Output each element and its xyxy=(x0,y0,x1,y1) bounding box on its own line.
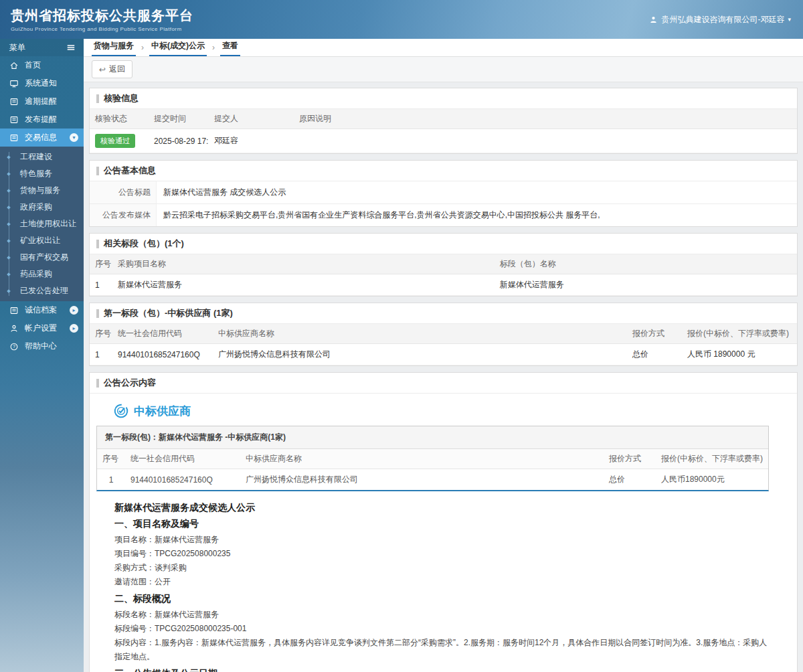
submit-time: 2025-08-29 17:13 xyxy=(149,129,209,153)
info-label: 公告发布媒体 xyxy=(90,204,157,226)
sidebar-item-首页[interactable]: 首页 xyxy=(0,56,84,74)
quote-method: 总价 xyxy=(604,469,656,491)
menu-label: 菜单 xyxy=(9,42,25,54)
sidebar-item-发布提醒[interactable]: 发布提醒 xyxy=(0,110,84,129)
info-row: 公告发布媒体 黔云招采电子招标采购交易平台,贵州省国有企业生产资料综合服务平台,… xyxy=(90,204,797,226)
credit-code: 91440101685247160Q xyxy=(125,469,240,491)
project-name: 新媒体代运营服务 xyxy=(112,274,495,296)
sidebar-menu-header: 菜单 xyxy=(0,39,84,56)
sidebar-subitem[interactable]: 矿业权出让 xyxy=(0,232,84,249)
announcement-content-panel: 公告公示内容 中标供应商 第一标段(包)：新媒体代运营服务 -中标供应商(1家)… xyxy=(89,372,798,672)
related-sections-panel: 相关标段（包）(1个) 序号采购项目名称标段（包）名称 1 新媒体代运营服务 新… xyxy=(89,233,798,297)
column-header: 报价(中标价、下浮率或费率) xyxy=(656,449,768,469)
section-title: 公告公示内容 xyxy=(90,373,797,394)
info-value: 黔云招采电子招标采购交易平台,贵州省国有企业生产资料综合服务平台,贵州省公共资源… xyxy=(157,204,797,226)
hamburger-icon[interactable] xyxy=(66,43,76,52)
sidebar-subitem[interactable]: 药品采购 xyxy=(0,266,84,282)
section-title: 第一标段（包）-中标供应商 (1家) xyxy=(90,303,797,324)
doc-icon xyxy=(9,97,19,106)
shell: 菜单 首页 系统通知 逾期提醒 发 xyxy=(0,39,803,672)
row-no: 1 xyxy=(97,469,125,491)
column-header: 中标供应商名称 xyxy=(240,449,604,469)
sidebar-subitem[interactable]: 特色服务 xyxy=(0,165,84,182)
user-name: 贵州弘典建设咨询有限公司-邓廷容 xyxy=(661,14,784,25)
article-title: 新媒体代运营服务成交候选人公示 xyxy=(114,502,769,514)
submitter: 邓廷容 xyxy=(209,129,294,153)
article-paragraph: 标段名称：新媒体代运营服务 xyxy=(114,608,769,622)
column-header: 统一社会信用代码 xyxy=(112,324,213,344)
article-paragraph: 采购方式：谈判采购 xyxy=(114,561,769,575)
panels: 核验信息 核验状态提交时间提交人原因说明 核验通过 2025-08-29 17:… xyxy=(84,82,803,672)
column-header: 提交时间 xyxy=(149,109,209,129)
column-header: 统一社会信用代码 xyxy=(125,449,240,469)
main-content: 货物与服务中标(成交)公示查看 ↩ 返回 核验信息 核验状态提交时间提交人原因说… xyxy=(84,39,803,672)
sidebar-item-诚信档案[interactable]: 诚信档案 ▸ xyxy=(0,301,84,319)
back-button[interactable]: ↩ 返回 xyxy=(92,60,132,78)
sidebar: 菜单 首页 系统通知 逾期提醒 发 xyxy=(0,39,84,672)
sidebar-item-帮助中心[interactable]: ? 帮助中心 xyxy=(0,337,84,355)
sidebar-bottom-nav: 诚信档案 ▸ 帐户设置 ▸ ? 帮助中心 xyxy=(0,301,84,355)
sidebar-item-帐户设置[interactable]: 帐户设置 ▸ xyxy=(0,319,84,337)
chevron-right-icon: ▸ xyxy=(70,324,78,333)
column-header: 报价(中标价、下浮率或费率) xyxy=(682,324,797,344)
quote-method: 总价 xyxy=(627,344,682,365)
sidebar-subitem[interactable]: 土地使用权出让 xyxy=(0,216,84,232)
info-value: 新媒体代运营服务 成交候选人公示 xyxy=(157,181,797,203)
sidebar-subitem[interactable]: 已发公告处理 xyxy=(0,282,84,299)
table-row: 1 91440101685247160Q 广州扬悦博众信息科技有限公司 总价 人… xyxy=(90,344,797,365)
supplier-name: 广州扬悦博众信息科技有限公司 xyxy=(240,469,604,491)
breadcrumb-item[interactable]: 中标(成交)公示 xyxy=(136,37,207,56)
quote-price: 人民币1890000元 xyxy=(656,469,768,491)
supplier-name: 广州扬悦博众信息科技有限公司 xyxy=(213,344,627,365)
status-badge: 核验通过 xyxy=(95,134,135,148)
column-header: 核验状态 xyxy=(90,109,149,129)
sidebar-item-逾期提醒[interactable]: 逾期提醒 xyxy=(0,92,84,110)
question-icon: ? xyxy=(9,342,19,351)
inner-supplier-box: 第一标段(包)：新媒体代运营服务 -中标供应商(1家) 序号统一社会信用代码中标… xyxy=(96,426,769,491)
sidebar-item-系统通知[interactable]: 系统通知 xyxy=(0,74,84,92)
article: 新媒体代运营服务成交候选人公示一、项目名称及编号项目名称：新媒体代运营服务项目编… xyxy=(114,502,769,672)
sidebar-subitem[interactable]: 货物与服务 xyxy=(0,182,84,199)
svg-text:?: ? xyxy=(13,344,15,349)
credit-code: 91440101685247160Q xyxy=(112,344,213,365)
sidebar-item-交易信息[interactable]: 交易信息 ▾ xyxy=(0,129,84,147)
chevron-right-icon: ▸ xyxy=(70,306,78,315)
breadcrumb-separator xyxy=(212,43,215,56)
column-header: 报价方式 xyxy=(627,324,682,344)
article-heading: 二、标段概况 xyxy=(114,593,769,605)
sidebar-subitem[interactable]: 工程建设 xyxy=(0,149,84,165)
info-label: 公告标题 xyxy=(90,181,157,203)
breadcrumb-item[interactable]: 查看 xyxy=(207,37,240,56)
user-menu[interactable]: 贵州弘典建设咨询有限公司-邓廷容 ▾ xyxy=(649,14,791,25)
verification-panel: 核验信息 核验状态提交时间提交人原因说明 核验通过 2025-08-29 17:… xyxy=(89,88,798,154)
table-row: 核验通过 2025-08-29 17:13 邓廷容 xyxy=(90,129,797,153)
person-icon xyxy=(9,324,19,333)
column-header: 采购项目名称 xyxy=(112,254,495,274)
column-header: 序号 xyxy=(90,254,112,274)
table-row: 1 新媒体代运营服务 新媒体代运营服务 xyxy=(90,274,797,296)
winning-supplier-logo: 中标供应商 xyxy=(113,403,797,419)
chevron-down-icon: ▾ xyxy=(70,133,78,142)
article-paragraph: 标段内容：1.服务内容：新媒体代运营服务，具体服务内容详见竞争谈判文件第二部分“… xyxy=(114,636,769,664)
row-no: 1 xyxy=(90,344,112,365)
quote-price: 人民币 1890000 元 xyxy=(682,344,797,365)
reason xyxy=(294,129,797,153)
article-paragraph: 标段编号：TPCG202508000235-001 xyxy=(114,622,769,636)
sidebar-subitem[interactable]: 国有产权交易 xyxy=(0,249,84,266)
row-no: 1 xyxy=(90,274,112,296)
sidebar-subitem[interactable]: 政府采购 xyxy=(0,199,84,216)
column-header: 序号 xyxy=(97,449,125,469)
column-header: 序号 xyxy=(90,324,112,344)
doc-icon xyxy=(9,133,19,143)
platform-title: 贵州省招标投标公共服务平台 xyxy=(11,7,193,25)
supplier-table: 序号统一社会信用代码中标供应商名称报价方式报价(中标价、下浮率或费率) 1 91… xyxy=(90,324,797,365)
table-row: 1 91440101685247160Q 广州扬悦博众信息科技有限公司 总价 人… xyxy=(97,469,768,491)
breadcrumb-item[interactable]: 货物与服务 xyxy=(92,37,136,56)
verification-table: 核验状态提交时间提交人原因说明 核验通过 2025-08-29 17:13 邓廷… xyxy=(90,109,797,153)
article-paragraph: 项目名称：新媒体代运营服务 xyxy=(114,533,769,547)
target-check-icon xyxy=(113,403,129,419)
platform-subtitle: GuiZhou Province Tendering and Bidding P… xyxy=(11,26,193,32)
brand: 贵州省招标投标公共服务平台 GuiZhou Province Tendering… xyxy=(11,7,193,32)
column-header: 标段（包）名称 xyxy=(495,254,797,274)
article-paragraph: 邀请范围：公开 xyxy=(114,575,769,589)
